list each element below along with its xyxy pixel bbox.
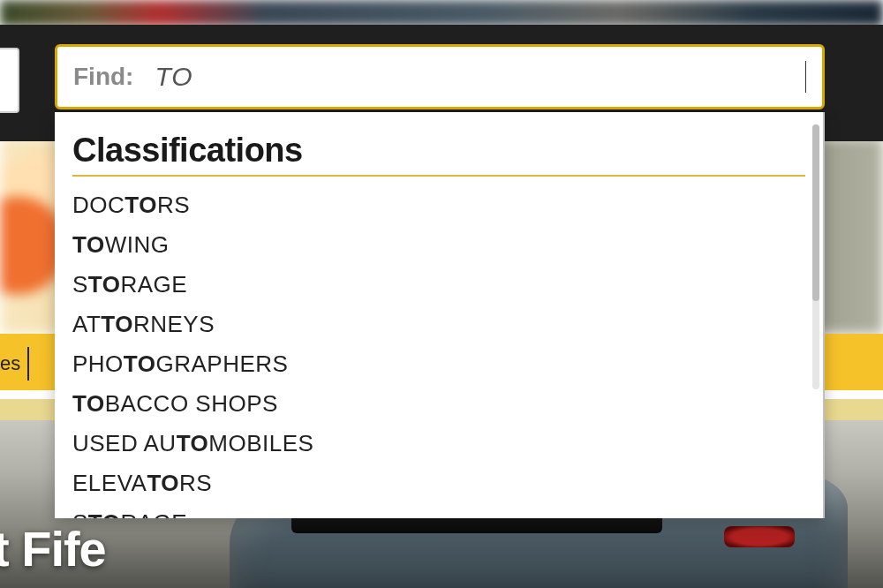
search-field[interactable]: Find:: [55, 44, 825, 109]
dropdown-item[interactable]: STORAGE: [72, 265, 805, 305]
dropdown-item[interactable]: ELEVATORS: [72, 464, 805, 503]
dropdown-section-heading: Classifications: [72, 132, 805, 170]
dropdown-item[interactable]: ATTORNEYS: [72, 305, 805, 344]
nav-tab-text-fragment: es: [0, 352, 20, 375]
adjacent-field-stub[interactable]: [0, 48, 19, 113]
dropdown-item[interactable]: TOWING: [72, 225, 805, 265]
dropdown-item[interactable]: DOCTORS: [72, 185, 805, 225]
hero-location-heading: t Fife: [0, 520, 106, 577]
dropdown-item[interactable]: PHOTOGRAPHERS: [72, 344, 805, 384]
dropdown-item[interactable]: USED AUTOMOBILES: [72, 424, 805, 464]
background-blur-top: [0, 0, 883, 26]
scrollbar-thumb[interactable]: [812, 124, 819, 301]
nav-separator: [27, 347, 29, 381]
car-taillight: [724, 526, 795, 547]
dropdown-item[interactable]: TOBACCO SHOPS: [72, 384, 805, 424]
dropdown-inner: Classifications DOCTORSTOWINGSTORAGEATTO…: [55, 112, 823, 518]
search-input[interactable]: [153, 54, 805, 100]
autocomplete-dropdown: Classifications DOCTORSTOWINGSTORAGEATTO…: [55, 112, 825, 518]
search-label: Find:: [73, 63, 133, 91]
nav-tab-fragment[interactable]: es: [0, 346, 43, 381]
dropdown-divider: [72, 175, 805, 177]
text-caret: [805, 61, 806, 93]
dropdown-item[interactable]: STORAGE: [72, 503, 805, 518]
dropdown-list: DOCTORSTOWINGSTORAGEATTORNEYSPHOTOGRAPHE…: [72, 185, 805, 518]
search-container: Find:: [55, 44, 825, 109]
